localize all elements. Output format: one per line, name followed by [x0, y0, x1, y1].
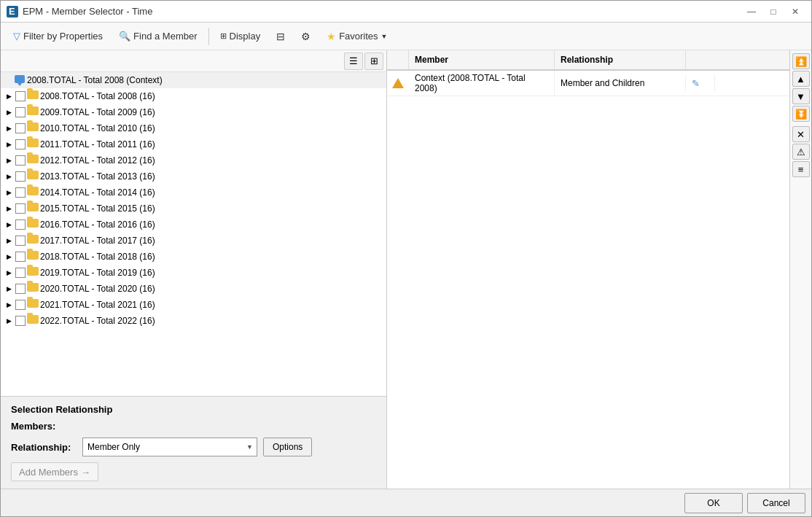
filter-label: Filter by Properties	[23, 31, 103, 42]
list-item[interactable]: ▶ 2018.TOTAL - Total 2018 (16)	[1, 249, 386, 265]
list-button[interactable]: ≡	[792, 161, 810, 177]
relationship-select[interactable]: Member Only Member and Children Children…	[82, 438, 257, 456]
list-item[interactable]: ▶ 2013.TOTAL - Total 2013 (16)	[1, 168, 386, 184]
expand-btn-8[interactable]: ▶	[4, 219, 14, 230]
favorites-button[interactable]: ★ Favorites ▼	[320, 26, 394, 47]
expand-btn-3[interactable]: ▶	[4, 139, 14, 149]
add-members-row: Add Members →	[11, 462, 376, 481]
warn-button[interactable]: ⚠	[792, 144, 810, 160]
item-label-0: 2008.TOTAL - Total 2008 (16)	[40, 91, 155, 101]
tree-view-button[interactable]: ⊞	[364, 53, 383, 70]
display-button[interactable]: ⊞ Display	[214, 26, 268, 47]
row-edit-cell[interactable]: ✎	[686, 74, 715, 92]
checkbox-3[interactable]	[15, 139, 26, 149]
table-header: Member Relationship	[387, 50, 789, 71]
title-bar-controls: — □ ✕	[741, 4, 805, 19]
checkbox-5[interactable]	[15, 171, 26, 182]
folder-icon-11	[27, 267, 39, 279]
list-item[interactable]: ▶ 2008.TOTAL - Total 2008 (16)	[1, 88, 386, 104]
list-item[interactable]: ▶ 2017.TOTAL - Total 2017 (16)	[1, 233, 386, 249]
options-button[interactable]: Options	[263, 438, 312, 456]
title-bar: E EPM - Member Selector - Time — □ ✕	[1, 1, 811, 23]
item-label-2: 2010.TOTAL - Total 2010 (16)	[40, 123, 155, 133]
bottom-bar: OK Cancel	[1, 489, 811, 516]
ok-button[interactable]: OK	[684, 493, 743, 513]
checkbox-6[interactable]	[15, 187, 26, 198]
list-item[interactable]: ▶ 2020.TOTAL - Total 2020 (16)	[1, 281, 386, 297]
list-icon: ☰	[349, 55, 358, 66]
tree-container[interactable]: 2008.TOTAL - Total 2008 (Context) ▶ 2008…	[1, 72, 386, 396]
checkbox-11[interactable]	[15, 268, 26, 278]
double-up-button[interactable]: ⏫	[792, 53, 810, 69]
find-member-button[interactable]: 🔍 Find a Member	[112, 26, 203, 47]
separator-1	[208, 28, 209, 45]
list-item[interactable]: ▶ 2016.TOTAL - Total 2016 (16)	[1, 217, 386, 233]
double-down-button[interactable]: ⏬	[792, 106, 810, 122]
list-item[interactable]: ▶ 2012.TOTAL - Total 2012 (16)	[1, 152, 386, 168]
favorites-dropdown-icon: ▼	[381, 33, 388, 40]
checkbox-12[interactable]	[15, 284, 26, 294]
checkbox-1[interactable]	[15, 107, 26, 117]
checkbox-9[interactable]	[15, 236, 26, 246]
checkbox-0[interactable]	[15, 91, 26, 101]
edit-icon[interactable]: ✎	[692, 78, 700, 89]
expand-btn-9[interactable]: ▶	[4, 236, 14, 246]
up-button[interactable]: ▲	[792, 71, 810, 87]
expand-btn-6[interactable]: ▶	[4, 187, 14, 198]
grid-button[interactable]: ⊟	[270, 26, 292, 47]
title-bar-left: E EPM - Member Selector - Time	[7, 6, 152, 18]
folder-icon-0	[27, 90, 39, 102]
minimize-button[interactable]: —	[741, 4, 762, 19]
checkbox-14[interactable]	[15, 316, 26, 326]
folder-icon-8	[27, 219, 39, 230]
expand-btn-5[interactable]: ▶	[4, 171, 14, 182]
list-item[interactable]: ▶ 2015.TOTAL - Total 2015 (16)	[1, 201, 386, 217]
cancel-button[interactable]: Cancel	[747, 493, 805, 513]
list-sidebar-icon: ≡	[798, 164, 804, 175]
checkbox-7[interactable]	[15, 203, 26, 214]
triangle-icon	[392, 78, 404, 88]
list-item[interactable]: ▶ 2022.TOTAL - Total 2022 (16)	[1, 313, 386, 329]
relationship-select-wrapper: Member Only Member and Children Children…	[82, 438, 257, 456]
table-row[interactable]: Context (2008.TOTAL - Total 2008) Member…	[387, 71, 789, 96]
expand-btn-10[interactable]: ▶	[4, 252, 14, 262]
maximize-button[interactable]: □	[763, 4, 784, 19]
expand-btn-7[interactable]: ▶	[4, 203, 14, 214]
expand-btn-4[interactable]: ▶	[4, 155, 14, 166]
item-label-13: 2021.TOTAL - Total 2021 (16)	[40, 300, 155, 310]
checkbox-4[interactable]	[15, 155, 26, 166]
down-button[interactable]: ▼	[792, 88, 810, 104]
expand-btn-2[interactable]: ▶	[4, 123, 14, 133]
list-view-button[interactable]: ☰	[344, 53, 363, 70]
tree-context-item[interactable]: 2008.TOTAL - Total 2008 (Context)	[1, 72, 386, 88]
folder-icon-14	[27, 315, 39, 327]
context-item-label: 2008.TOTAL - Total 2008 (Context)	[27, 75, 163, 85]
list-item[interactable]: ▶ 2010.TOTAL - Total 2010 (16)	[1, 120, 386, 136]
checkbox-13[interactable]	[15, 300, 26, 310]
checkbox-10[interactable]	[15, 252, 26, 262]
display-label: Display	[230, 31, 261, 42]
settings-button[interactable]: ⚙	[294, 26, 317, 47]
expand-btn-11[interactable]: ▶	[4, 268, 14, 278]
expand-btn-0[interactable]: ▶	[4, 91, 14, 101]
row-icon	[387, 76, 409, 90]
filter-by-properties-button[interactable]: ▽ Filter by Properties	[7, 26, 109, 47]
col-icon-header	[387, 50, 409, 69]
checkbox-2[interactable]	[15, 123, 26, 133]
expand-btn-12[interactable]: ▶	[4, 284, 14, 294]
close-button[interactable]: ✕	[785, 4, 805, 19]
expand-btn-1[interactable]: ▶	[4, 107, 14, 117]
checkbox-8[interactable]	[15, 219, 26, 230]
list-item[interactable]: ▶ 2021.TOTAL - Total 2021 (16)	[1, 297, 386, 313]
grid-icon: ⊟	[276, 31, 285, 42]
add-members-button[interactable]: Add Members →	[11, 462, 98, 481]
expand-btn-13[interactable]: ▶	[4, 300, 14, 310]
list-item[interactable]: ▶ 2014.TOTAL - Total 2014 (16)	[1, 184, 386, 201]
remove-button[interactable]: ✕	[792, 126, 810, 142]
expand-btn-14[interactable]: ▶	[4, 316, 14, 326]
list-item[interactable]: ▶ 2011.TOTAL - Total 2011 (16)	[1, 136, 386, 152]
tree-items-list: ▶ 2008.TOTAL - Total 2008 (16) ▶ 2009.TO…	[1, 88, 386, 329]
right-sidebar: ⏫ ▲ ▼ ⏬ ✕ ⚠ ≡	[789, 50, 811, 489]
list-item[interactable]: ▶ 2019.TOTAL - Total 2019 (16)	[1, 265, 386, 281]
list-item[interactable]: ▶ 2009.TOTAL - Total 2009 (16)	[1, 104, 386, 120]
